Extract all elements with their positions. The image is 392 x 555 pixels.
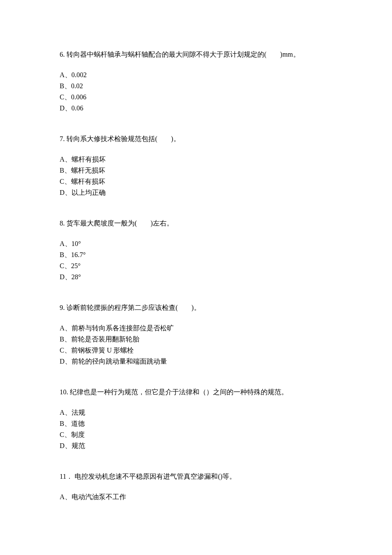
option-c: C、25°: [60, 261, 332, 271]
question-number: 7.: [60, 135, 65, 142]
option-d: D、规范: [60, 441, 332, 451]
option-d: D、以上均正确: [60, 188, 332, 198]
option-a: A、螺杆有损坏: [60, 154, 332, 165]
question-body: 诊断前轮摆振的程序第二步应该检查( )。: [66, 304, 201, 311]
question-number: 9.: [60, 304, 65, 311]
question-10: 10. 纪律也是一种行为规范，但它是介于法律和（）之间的一种特殊的规范。 A、法…: [60, 387, 332, 451]
option-a: A、前桥与转向系各连接部位是否松旷: [60, 323, 332, 333]
question-body: 货车最大爬坡度一般为( )左右。: [66, 220, 173, 227]
question-body: 转向器中蜗杆轴承与蜗杆轴配合的最大间隙不得大于原计划规定的( )mm。: [66, 51, 300, 58]
question-8: 8. 货车最大爬坡度一般为( )左右。 A、10° B、16.7° C、25° …: [60, 218, 332, 282]
question-number: 10.: [60, 388, 68, 396]
option-b: B、前轮是否装用翻新轮胎: [60, 334, 332, 344]
question-body: 转向系大修技术检验规范包括( )。: [66, 135, 180, 142]
option-a: A、10°: [60, 239, 332, 249]
question-6: 6. 转向器中蜗杆轴承与蜗杆轴配合的最大间隙不得大于原计划规定的( )mm。 A…: [60, 49, 332, 113]
option-c: C、前钢板弹簧 U 形螺栓: [60, 345, 332, 356]
question-body: 电控发动机怠速不平稳原因有进气管真空渗漏和()等。: [75, 473, 236, 480]
option-b: B、0.02: [60, 81, 332, 91]
option-d: D、28°: [60, 272, 332, 282]
question-number: 6.: [60, 51, 65, 58]
question-11: 11． 电控发动机怠速不平稳原因有进气管真空渗漏和()等。 A、电动汽油泵不工作: [60, 471, 332, 502]
option-d: D、0.06: [60, 103, 332, 113]
option-c: C、0.006: [60, 92, 332, 102]
question-text: 6. 转向器中蜗杆轴承与蜗杆轴配合的最大间隙不得大于原计划规定的( )mm。: [60, 49, 332, 60]
option-c: C、螺杆有损坏: [60, 176, 332, 187]
document-page: 6. 转向器中蜗杆轴承与蜗杆轴配合的最大间隙不得大于原计划规定的( )mm。 A…: [0, 0, 392, 502]
question-number: 11．: [60, 473, 73, 480]
option-a: A、电动汽油泵不工作: [60, 492, 332, 502]
question-9: 9. 诊断前轮摆振的程序第二步应该检查( )。 A、前桥与转向系各连接部位是否松…: [60, 303, 332, 367]
question-text: 8. 货车最大爬坡度一般为( )左右。: [60, 218, 332, 228]
question-text: 7. 转向系大修技术检验规范包括( )。: [60, 134, 332, 144]
question-text: 10. 纪律也是一种行为规范，但它是介于法律和（）之间的一种特殊的规范。: [60, 387, 332, 397]
option-b: B、螺杆无损坏: [60, 165, 332, 176]
option-d: D、前轮的径向跳动量和端面跳动量: [60, 356, 332, 367]
question-text: 9. 诊断前轮摆振的程序第二步应该检查( )。: [60, 303, 332, 313]
option-a: A、法规: [60, 408, 332, 418]
question-7: 7. 转向系大修技术检验规范包括( )。 A、螺杆有损坏 B、螺杆无损坏 C、螺…: [60, 134, 332, 198]
option-c: C、制度: [60, 430, 332, 440]
option-a: A、0.002: [60, 70, 332, 80]
option-b: B、道德: [60, 419, 332, 429]
question-body: 纪律也是一种行为规范，但它是介于法律和（）之间的一种特殊的规范。: [70, 388, 288, 396]
option-b: B、16.7°: [60, 250, 332, 260]
question-number: 8.: [60, 220, 65, 227]
question-text: 11． 电控发动机怠速不平稳原因有进气管真空渗漏和()等。: [60, 471, 332, 482]
